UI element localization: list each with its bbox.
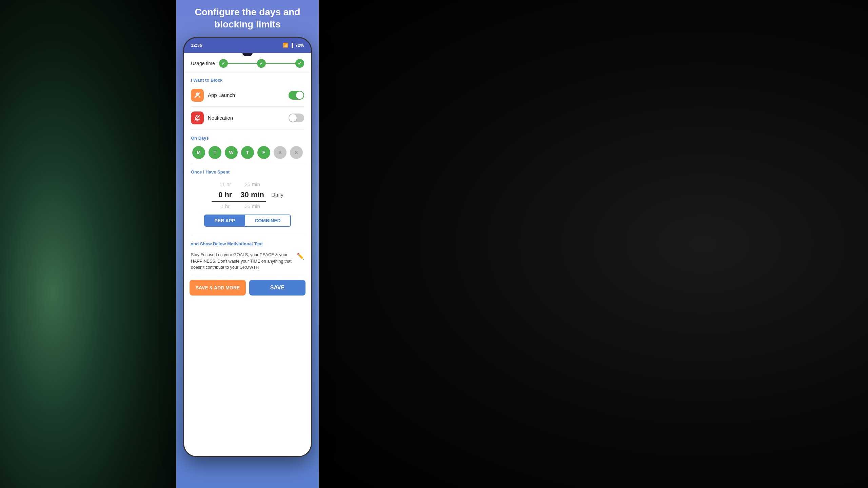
app-launch-toggle[interactable] bbox=[289, 91, 304, 100]
block-section-label: I Want to Block bbox=[184, 73, 311, 85]
save-button[interactable]: SAVE bbox=[249, 280, 305, 296]
center-panel: Configure the days and blocking limits 1… bbox=[176, 0, 319, 488]
signal-icon: ▐ bbox=[290, 43, 293, 48]
toggle-knob-off bbox=[289, 114, 297, 122]
day-saturday[interactable]: S bbox=[274, 146, 287, 159]
content-scroll: I Want to Block App Launch bbox=[184, 73, 311, 456]
divider-4 bbox=[191, 235, 304, 235]
time-section: 11 hr 0 hr 1 hr 25 min 30 min 35 min Dai… bbox=[184, 177, 311, 233]
battery-text: 72% bbox=[295, 43, 304, 48]
progress-track: ✓ ✓ ✓ bbox=[219, 59, 304, 68]
day-sunday[interactable]: S bbox=[290, 146, 303, 159]
motivational-text-row: Stay Focused on your GOALS, your PEACE &… bbox=[191, 252, 304, 271]
notification-label: Notification bbox=[208, 115, 284, 121]
combined-tab[interactable]: COMBINED bbox=[245, 215, 291, 227]
time-row: 11 hr 0 hr 1 hr 25 min 30 min 35 min Dai… bbox=[191, 180, 304, 210]
day-wednesday[interactable]: W bbox=[225, 146, 238, 159]
page-title: Configure the days and blocking limits bbox=[176, 0, 319, 37]
per-app-tab[interactable]: PER APP bbox=[204, 215, 245, 227]
progress-line-1 bbox=[228, 63, 257, 64]
hours-current: 0 hr bbox=[212, 188, 239, 202]
phone-content: Usage time ✓ ✓ ✓ I Want to Block bbox=[184, 53, 311, 456]
motivational-section: Stay Focused on your GOALS, your PEACE &… bbox=[184, 249, 311, 273]
hours-below: 1 hr bbox=[221, 202, 230, 210]
background-right bbox=[319, 0, 868, 488]
day-tuesday[interactable]: T bbox=[209, 146, 221, 159]
time-section-label: Once I Have Spent bbox=[184, 165, 311, 177]
motivational-section-label: and Show Below Motivational Text bbox=[184, 237, 311, 249]
divider-1 bbox=[191, 106, 304, 107]
edit-icon[interactable]: ✏️ bbox=[297, 252, 304, 260]
save-add-button[interactable]: SAVE & ADD MORE bbox=[190, 280, 246, 296]
status-time: 12:36 bbox=[191, 43, 202, 48]
hours-picker[interactable]: 11 hr 0 hr 1 hr bbox=[212, 180, 239, 210]
app-launch-label: App Launch bbox=[208, 92, 284, 98]
progress-label: Usage time bbox=[191, 61, 215, 66]
time-tabs: PER APP COMBINED bbox=[191, 215, 304, 227]
days-row: M T W T F S bbox=[184, 143, 311, 162]
bottom-buttons: SAVE & ADD MORE SAVE bbox=[184, 277, 311, 301]
hours-above: 11 hr bbox=[219, 180, 231, 188]
progress-dot-3: ✓ bbox=[295, 59, 304, 68]
divider-2 bbox=[191, 129, 304, 129]
divider-3 bbox=[191, 163, 304, 163]
progress-line-2 bbox=[266, 63, 295, 64]
toggle-knob-on bbox=[296, 92, 303, 99]
mins-picker[interactable]: 25 min 30 min 35 min bbox=[239, 180, 266, 210]
days-section-label: On Days bbox=[184, 131, 311, 143]
app-launch-icon bbox=[191, 89, 204, 102]
phone-frame: 12:36 📶 ▐ 72% Usage time ✓ ✓ ✓ bbox=[183, 37, 312, 457]
mins-below: 35 min bbox=[245, 202, 260, 210]
progress-dot-1: ✓ bbox=[219, 59, 228, 68]
day-monday[interactable]: M bbox=[192, 146, 205, 159]
day-friday[interactable]: F bbox=[257, 146, 270, 159]
status-bar: 12:36 📶 ▐ 72% bbox=[184, 38, 311, 53]
notification-toggle[interactable] bbox=[289, 114, 304, 122]
motivational-text: Stay Focused on your GOALS, your PEACE &… bbox=[191, 252, 293, 271]
wifi-icon: 📶 bbox=[283, 43, 288, 48]
status-icons: 📶 ▐ 72% bbox=[283, 43, 304, 48]
mins-current: 30 min bbox=[239, 188, 266, 202]
notification-icon bbox=[191, 111, 204, 124]
notification-item: Notification bbox=[184, 108, 311, 128]
progress-dot-2: ✓ bbox=[257, 59, 266, 68]
daily-label: Daily bbox=[271, 192, 283, 198]
app-launch-item: App Launch bbox=[184, 85, 311, 105]
background-left bbox=[0, 0, 176, 488]
divider-5 bbox=[191, 275, 304, 275]
day-thursday[interactable]: T bbox=[241, 146, 254, 159]
mins-above: 25 min bbox=[245, 180, 260, 188]
